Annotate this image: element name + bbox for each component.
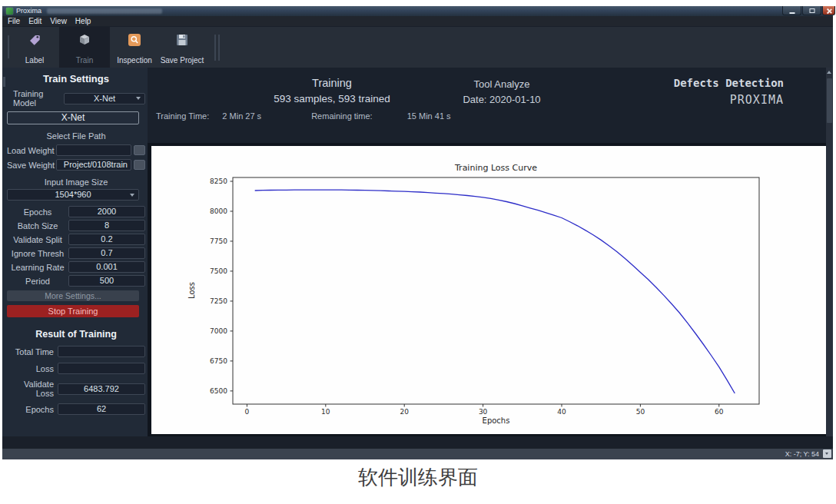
scroll-up-icon[interactable] (827, 71, 831, 74)
svg-text:10: 10 (321, 408, 330, 416)
svg-text:0: 0 (245, 408, 250, 416)
maximize-button[interactable] (802, 6, 821, 15)
samples-trained-text: 593 samples, 593 trained (232, 93, 432, 104)
toolbar-train-text: Train (59, 56, 110, 65)
toolbar-inspection-button[interactable]: Inspection (110, 27, 159, 68)
menu-bar: File Edit View Help (2, 16, 833, 26)
loss-label: Loss (7, 364, 58, 373)
vertical-scrollbar[interactable] (826, 68, 833, 444)
figure-caption: 软件训练界面 (0, 464, 836, 491)
minimize-button[interactable] (782, 6, 801, 15)
select-file-path-label: Select File Path (7, 131, 145, 141)
svg-text:7500: 7500 (210, 267, 227, 275)
xnet-model-button[interactable]: X-Net (7, 111, 139, 124)
bottom-panel (2, 436, 833, 449)
svg-text:8250: 8250 (210, 177, 227, 185)
remaining-time-label: Remaining time: (311, 111, 372, 121)
plot-spines (233, 177, 759, 404)
proxima-app-icon (6, 8, 13, 15)
chart-panel: 0102030405060650067507000725075007750800… (151, 146, 828, 434)
training-status-header: Training 593 samples, 593 trained Traini… (148, 68, 833, 143)
loss-curve (255, 190, 735, 393)
validate-split-label: Validate Split (7, 235, 68, 244)
epochs-label: Epochs (7, 207, 68, 217)
toolbar-inspection-text: Inspection (110, 56, 159, 65)
status-bar: X: -7; Y: 54 (2, 449, 833, 459)
epochs-field[interactable]: 2000 (68, 206, 145, 217)
save-weight-browse-button[interactable] (134, 160, 145, 170)
save-weight-field[interactable]: Project/0108train (56, 159, 131, 171)
training-time-row: Training Time: 2 Min 27 s Remaining time… (156, 111, 451, 121)
stop-training-button[interactable]: Stop Training (7, 305, 139, 317)
train-settings-title: Train Settings (7, 73, 145, 85)
svg-text:60: 60 (715, 408, 724, 416)
period-field[interactable]: 500 (68, 275, 145, 287)
ignore-thresh-label: Ignore Thresh (7, 249, 68, 258)
svg-text:6750: 6750 (210, 357, 227, 365)
toolbar-save-project-button[interactable]: Save Project (155, 27, 209, 68)
svg-text:20: 20 (400, 408, 409, 416)
batch-size-field[interactable]: 8 (68, 220, 145, 231)
date-label: Date: 2020-01-10 (440, 94, 563, 105)
window-title: Proxima (16, 7, 41, 15)
svg-text:40: 40 (557, 408, 566, 416)
svg-text:7750: 7750 (210, 237, 227, 245)
svg-text:50: 50 (636, 408, 645, 416)
cursor-coordinates: X: -7; Y: 54 (785, 450, 819, 458)
menu-file[interactable]: File (8, 17, 20, 25)
learning-rate-label: Learning Rate (7, 263, 68, 272)
result-epochs-field: 62 (58, 403, 145, 415)
training-time-label: Training Time: (156, 111, 209, 121)
validate-loss-field: 6483.792 (58, 383, 145, 395)
validate-loss-label: Validate Loss (7, 380, 58, 398)
floppy-disk-icon (175, 33, 189, 50)
training-model-value: X-Net (94, 94, 115, 103)
proxima-brand: PROXIMA (730, 93, 784, 107)
result-of-training-title: Result of Training (7, 329, 145, 340)
training-time-value: 2 Min 27 s (222, 111, 261, 121)
training-loss-chart: 0102030405060650067507000725075007750800… (151, 146, 828, 434)
toolbar-separator (218, 35, 220, 61)
maximize-icon (809, 8, 814, 13)
validate-split-field[interactable]: 0.2 (68, 234, 145, 245)
tool-analyze-label: Tool Analyze (440, 78, 563, 90)
toolbar-separator (214, 35, 216, 61)
svg-text:7250: 7250 (210, 297, 227, 305)
toolbar-train-button[interactable]: Train (59, 27, 110, 68)
training-model-label: Training Model (7, 89, 64, 108)
input-image-size-label: Input Image Size (7, 177, 145, 187)
toolbar: Label Train Inspection (2, 26, 833, 68)
load-weight-field[interactable] (56, 144, 131, 156)
defects-detection-brand: Defects Detection (674, 77, 784, 89)
training-title: Training (247, 77, 416, 89)
more-settings-button[interactable]: More Settings... (7, 290, 139, 301)
svg-text:6500: 6500 (210, 387, 227, 395)
toolbar-grip (8, 35, 9, 58)
training-model-dropdown[interactable]: X-Net (64, 93, 145, 104)
minimize-icon (789, 12, 795, 14)
learning-rate-field[interactable]: 0.001 (68, 261, 145, 273)
close-icon (826, 8, 831, 13)
input-image-size-dropdown[interactable]: 1504*960 (7, 189, 139, 201)
input-image-size-value: 1504*960 (55, 190, 91, 199)
close-button[interactable] (822, 6, 835, 15)
loss-field (58, 363, 145, 374)
toolbar-label-button[interactable]: Label (10, 27, 59, 68)
menu-edit[interactable]: Edit (28, 17, 41, 25)
chevron-down-icon (130, 194, 134, 197)
chart-title: Training Loss Curve (233, 163, 759, 173)
figure-page: Proxima File Edit View Help Label (0, 0, 836, 504)
menu-view[interactable]: View (50, 17, 67, 25)
menu-help[interactable]: Help (75, 17, 91, 25)
total-time-field (58, 346, 145, 357)
title-bar: Proxima (2, 6, 833, 16)
panel-splitter-handle[interactable] (3, 77, 5, 87)
result-epochs-label: Epochs (7, 405, 58, 414)
scrollbar-thumb[interactable] (827, 78, 832, 123)
chevron-down-icon (136, 97, 141, 100)
redacted-title-path (47, 8, 162, 14)
status-grip-icon[interactable] (823, 449, 831, 458)
load-weight-browse-button[interactable] (134, 145, 145, 155)
ignore-thresh-field[interactable]: 0.7 (68, 247, 145, 259)
save-weight-label: Save Weight (7, 161, 56, 170)
